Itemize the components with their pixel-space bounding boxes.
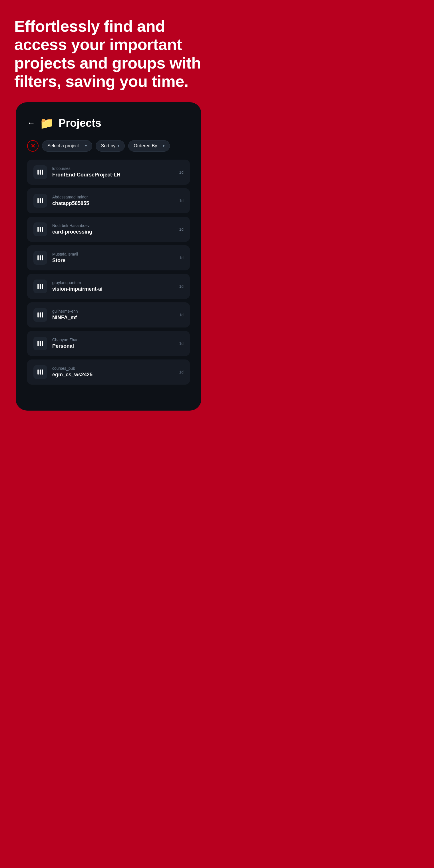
- project-icon: [33, 280, 47, 293]
- svg-rect-20: [42, 341, 43, 346]
- project-name: FrontEnd-CourseProject-LH: [52, 172, 174, 178]
- project-owner: Nodirbek Hasanboev: [52, 223, 174, 228]
- svg-rect-18: [37, 341, 38, 346]
- svg-rect-4: [40, 198, 41, 203]
- project-info: Mustafa Ismail Store: [52, 252, 174, 264]
- project-card[interactable]: Abdessamad Imider chatapp585855 1d: [27, 188, 190, 213]
- project-list: lutcourses FrontEnd-CourseProject-LH 1d …: [27, 160, 190, 384]
- chevron-down-icon: ▾: [85, 144, 87, 148]
- project-card[interactable]: Nodirbek Hasanboev card-processing 1d: [27, 217, 190, 242]
- project-time: 1d: [179, 284, 184, 289]
- svg-rect-12: [37, 284, 38, 289]
- project-time: 1d: [179, 170, 184, 175]
- gitlab-icon: [36, 225, 44, 233]
- select-project-label: Select a project...: [48, 143, 83, 149]
- project-owner: graylanquantum: [52, 280, 174, 285]
- hero-section: Effortlessly find and access your import…: [0, 0, 217, 102]
- page-title: Projects: [59, 117, 101, 129]
- svg-rect-1: [40, 169, 41, 175]
- folder-icon: 📁: [40, 117, 54, 130]
- project-time: 1d: [179, 370, 184, 374]
- svg-rect-14: [42, 284, 43, 289]
- svg-rect-16: [40, 312, 41, 317]
- project-owner: guilherme-ehn: [52, 309, 174, 313]
- project-owner: Mustafa Ismail: [52, 252, 174, 256]
- svg-rect-13: [40, 284, 41, 289]
- project-info: courses_pub egm_cs_ws2425: [52, 366, 174, 378]
- project-card[interactable]: graylanquantum vision-impairment-ai 1d: [27, 274, 190, 299]
- svg-rect-3: [37, 198, 38, 203]
- project-info: guilherme-ehn NINFA_mf: [52, 309, 174, 321]
- project-icon: [33, 222, 47, 236]
- gitlab-icon: [36, 368, 44, 376]
- ordered-by-filter[interactable]: Ordered By... ▾: [128, 140, 170, 152]
- sort-by-filter[interactable]: Sort by ▾: [96, 140, 125, 152]
- project-name: egm_cs_ws2425: [52, 372, 174, 378]
- gitlab-icon: [36, 340, 44, 347]
- svg-rect-19: [40, 341, 41, 346]
- project-name: Personal: [52, 343, 174, 349]
- svg-rect-2: [42, 169, 43, 175]
- project-info: Chaoyue Zhao Personal: [52, 338, 174, 349]
- project-name: NINFA_mf: [52, 315, 174, 321]
- project-card[interactable]: guilherme-ehn NINFA_mf 1d: [27, 302, 190, 328]
- svg-rect-9: [37, 255, 38, 260]
- svg-rect-6: [37, 227, 38, 231]
- project-card[interactable]: Chaoyue Zhao Personal 1d: [27, 331, 190, 356]
- project-name: vision-impairment-ai: [52, 286, 174, 292]
- project-info: Nodirbek Hasanboev card-processing: [52, 223, 174, 235]
- svg-rect-15: [37, 312, 38, 317]
- gitlab-icon: [36, 283, 44, 290]
- project-name: card-processing: [52, 229, 174, 235]
- project-time: 1d: [179, 227, 184, 231]
- svg-rect-7: [40, 227, 41, 231]
- gitlab-icon: [36, 197, 44, 205]
- svg-rect-0: [37, 169, 38, 175]
- page-header: ← 📁 Projects: [27, 117, 190, 130]
- svg-rect-8: [42, 227, 43, 231]
- project-name: chatapp585855: [52, 200, 174, 207]
- project-owner: courses_pub: [52, 366, 174, 371]
- project-owner: Abdessamad Imider: [52, 195, 174, 199]
- project-owner: lutcourses: [52, 166, 174, 171]
- project-card[interactable]: Mustafa Ismail Store 1d: [27, 245, 190, 270]
- project-card[interactable]: courses_pub egm_cs_ws2425 1d: [27, 360, 190, 384]
- gitlab-icon: [36, 254, 44, 261]
- select-project-filter[interactable]: Select a project... ▾: [42, 140, 92, 152]
- project-icon: [33, 365, 47, 379]
- hero-title: Effortlessly find and access your import…: [14, 17, 203, 91]
- project-icon: [33, 194, 47, 208]
- svg-rect-22: [40, 369, 41, 374]
- back-button[interactable]: ←: [27, 119, 35, 128]
- project-time: 1d: [179, 255, 184, 260]
- project-icon: [33, 337, 47, 350]
- project-icon: [33, 308, 47, 322]
- project-time: 1d: [179, 313, 184, 317]
- sort-by-label: Sort by: [101, 143, 116, 149]
- svg-rect-21: [37, 369, 38, 374]
- project-name: Store: [52, 257, 174, 264]
- project-owner: Chaoyue Zhao: [52, 338, 174, 342]
- phone-frame: ← 📁 Projects ✕ Select a project... ▾ Sor…: [16, 102, 201, 411]
- svg-rect-11: [42, 255, 43, 260]
- filter-bar: ✕ Select a project... ▾ Sort by ▾ Ordere…: [27, 140, 190, 152]
- project-time: 1d: [179, 198, 184, 203]
- svg-rect-17: [42, 312, 43, 317]
- project-card[interactable]: lutcourses FrontEnd-CourseProject-LH 1d: [27, 160, 190, 185]
- project-icon: [33, 165, 47, 179]
- project-info: graylanquantum vision-impairment-ai: [52, 280, 174, 292]
- chevron-down-icon: ▾: [118, 144, 119, 148]
- svg-rect-5: [42, 198, 43, 203]
- gitlab-icon: [36, 168, 44, 176]
- ordered-by-label: Ordered By...: [134, 143, 160, 149]
- svg-rect-10: [40, 255, 41, 260]
- project-info: Abdessamad Imider chatapp585855: [52, 195, 174, 207]
- gitlab-icon: [36, 311, 44, 319]
- project-icon: [33, 251, 47, 265]
- close-icon: ✕: [31, 143, 35, 149]
- project-time: 1d: [179, 341, 184, 346]
- svg-rect-23: [42, 369, 43, 374]
- filter-close-button[interactable]: ✕: [27, 140, 38, 152]
- project-info: lutcourses FrontEnd-CourseProject-LH: [52, 166, 174, 178]
- chevron-down-icon: ▾: [163, 144, 164, 148]
